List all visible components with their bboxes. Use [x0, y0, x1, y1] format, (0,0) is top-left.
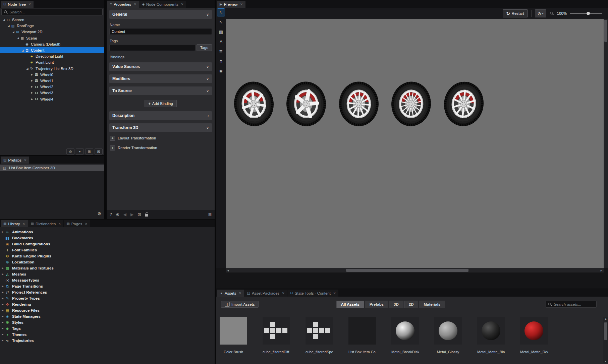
- binding-validate-icon[interactable]: ⊗: [116, 212, 119, 217]
- expand-icon[interactable]: ▶: [0, 339, 4, 342]
- library-item-page-transitions[interactable]: ▶⧉Page Transitions: [0, 283, 215, 289]
- library-item-localization[interactable]: ⊕Localization: [0, 259, 215, 265]
- layout-transformation-row[interactable]: +Layout Transformation: [110, 134, 212, 142]
- lock-icon[interactable]: [145, 213, 148, 217]
- close-icon[interactable]: ×: [24, 158, 26, 163]
- help-icon[interactable]: ?: [110, 212, 112, 217]
- filter-all-assets[interactable]: All Assets: [336, 301, 364, 308]
- scroll-left-icon[interactable]: ◂: [226, 269, 230, 272]
- grid-tool-icon[interactable]: ▦: [217, 28, 225, 36]
- asset-item-cube-filteredspe[interactable]: cube_filteredSpe...: [306, 317, 333, 364]
- asset-item-metal-matte-black[interactable]: Metal_Matte_Black: [477, 317, 505, 364]
- asset-item-metal-matte-red[interactable]: Metal_Matte_Red: [520, 317, 548, 364]
- expand-icon[interactable]: ▶: [0, 291, 4, 294]
- library-item-materials-and-textures[interactable]: ▶▩Materials and Textures: [0, 265, 215, 271]
- interact-tool-icon[interactable]: ↖: [217, 9, 225, 16]
- scrollbar-track[interactable]: [230, 268, 599, 272]
- library-item-trajectories[interactable]: ▶∿Trajectories: [0, 338, 215, 344]
- library-item-project-references[interactable]: ▶⇄Project References: [0, 289, 215, 295]
- filter-icon[interactable]: ▼: [76, 148, 84, 155]
- tree-item-rootpage[interactable]: ◢▤RootPage: [0, 23, 104, 29]
- tree-item-screen[interactable]: ◢⊡Screen: [0, 17, 104, 23]
- scrollbar-thumb[interactable]: [604, 322, 607, 340]
- expand-icon[interactable]: ▶: [0, 315, 4, 318]
- tab-pages[interactable]: ▧Pages×: [64, 220, 90, 227]
- expand-icon[interactable]: ▶: [30, 73, 34, 76]
- tree-item-point-light[interactable]: ☀Point Light: [0, 59, 104, 65]
- close-icon[interactable]: ×: [29, 2, 31, 7]
- close-icon[interactable]: ×: [239, 291, 241, 296]
- tab-prefabs[interactable]: ▤Prefabs×: [1, 157, 29, 164]
- tab-node-components[interactable]: ◈Node Components×: [139, 1, 186, 8]
- general-section-header[interactable]: General ∨: [109, 10, 212, 19]
- tags-input[interactable]: [112, 46, 193, 50]
- preview-viewport[interactable]: [226, 19, 604, 268]
- value-sources-section-header[interactable]: Value Sources∨: [109, 62, 212, 71]
- expand-icon[interactable]: ▶: [30, 79, 34, 82]
- scrollbar-thumb[interactable]: [346, 269, 468, 272]
- collapse-icon[interactable]: ◢: [2, 18, 6, 21]
- tab-dictionaries[interactable]: ▥Dictionaries×: [28, 220, 64, 227]
- clear-filter-icon[interactable]: ⊠: [95, 148, 103, 155]
- library-item-property-types[interactable]: ▶✎Property Types: [0, 295, 215, 301]
- description-section-header[interactable]: Description ›: [109, 111, 212, 120]
- close-icon[interactable]: ×: [240, 2, 243, 7]
- tab-library[interactable]: ▤Library×: [1, 220, 28, 227]
- expand-icon[interactable]: ▶: [30, 85, 34, 88]
- plus-icon[interactable]: +: [110, 136, 115, 141]
- camera-tool-icon[interactable]: ◙: [217, 67, 225, 74]
- filter-prefabs[interactable]: Prefabs: [365, 301, 388, 308]
- scroll-down-icon[interactable]: ▼: [604, 360, 607, 363]
- zoom-slider-thumb[interactable]: [587, 12, 590, 15]
- filter-3d[interactable]: 3D: [389, 301, 403, 308]
- filter-materials[interactable]: Materials: [419, 301, 445, 308]
- tab-assets[interactable]: ▲Assets×: [217, 290, 244, 297]
- import-assets-button[interactable]: ↧ Import Assets: [221, 301, 259, 308]
- tab-properties[interactable]: ≡Properties×: [107, 1, 139, 8]
- expand-icon[interactable]: ▶: [30, 92, 34, 94]
- tab-asset-packages[interactable]: ▤Asset Packages×: [244, 290, 287, 297]
- library-item-bookmarks[interactable]: ▮▮Bookmarks: [0, 235, 215, 241]
- tree-item-scene[interactable]: ◢▦Scene: [0, 35, 104, 41]
- expand-icon[interactable]: ▶: [0, 333, 4, 336]
- collapse-icon[interactable]: ◢: [21, 49, 24, 52]
- panel-layout-icon[interactable]: ⊞: [208, 212, 212, 217]
- name-input[interactable]: [112, 29, 210, 34]
- close-icon[interactable]: ×: [58, 222, 61, 226]
- collapse-icon[interactable]: ◢: [7, 24, 10, 27]
- select-tool-icon[interactable]: ↖: [217, 18, 225, 26]
- tree-item-wheel3[interactable]: ▶⊡Wheel3: [0, 90, 104, 96]
- library-item-styles[interactable]: ▶❋Styles: [0, 319, 215, 325]
- add-binding-button[interactable]: + Add Binding: [145, 100, 177, 107]
- expand-icon[interactable]: ▶: [0, 297, 4, 300]
- close-icon[interactable]: ×: [85, 222, 87, 226]
- close-icon[interactable]: ×: [333, 291, 336, 296]
- collapse-icon[interactable]: ◢: [16, 37, 20, 40]
- expand-icon[interactable]: ▶: [0, 327, 4, 330]
- library-item-messagetypes[interactable]: (•)MessageTypes: [0, 277, 215, 283]
- library-item-font-families[interactable]: TFont Families: [0, 247, 215, 253]
- scroll-up-icon[interactable]: ▲: [604, 317, 607, 320]
- tab-node-tree[interactable]: ⊟Node Tree×: [1, 1, 34, 8]
- collapse-icon[interactable]: ◢: [25, 67, 29, 70]
- tree-item-wheel4[interactable]: ▶⊡Wheel4: [0, 96, 104, 102]
- scenegraph-tool-icon[interactable]: ⋔: [217, 57, 225, 65]
- expand-icon[interactable]: ▶: [0, 231, 4, 233]
- library-item-themes[interactable]: ▶◑Themes: [0, 331, 215, 338]
- expand-icon[interactable]: ▶: [0, 309, 4, 312]
- node-tree-search-input[interactable]: [9, 10, 100, 14]
- tree-item-camera-default[interactable]: ◉Camera (Default): [0, 41, 104, 47]
- scrollbar-thumb[interactable]: [604, 20, 607, 42]
- to-source-section-header[interactable]: To Source∨: [109, 86, 212, 95]
- asset-item-color-brush[interactable]: Color Brush: [220, 317, 247, 364]
- library-item-rendering[interactable]: ▶❖Rendering: [0, 301, 215, 307]
- vertical-scrollbar[interactable]: [604, 19, 608, 268]
- plus-icon[interactable]: +: [110, 145, 115, 150]
- library-item-state-managers[interactable]: ▶◈State Managers: [0, 313, 215, 319]
- tree-item-viewport-2d[interactable]: ◢⊞Viewport 2D: [0, 29, 104, 35]
- expand-icon[interactable]: ▶: [0, 285, 4, 288]
- tab-preview[interactable]: ▶Preview×: [217, 1, 245, 8]
- render-transformation-row[interactable]: +Render Transformation: [110, 144, 212, 151]
- close-icon[interactable]: ×: [181, 2, 183, 7]
- layers-tool-icon[interactable]: ≣: [217, 48, 225, 55]
